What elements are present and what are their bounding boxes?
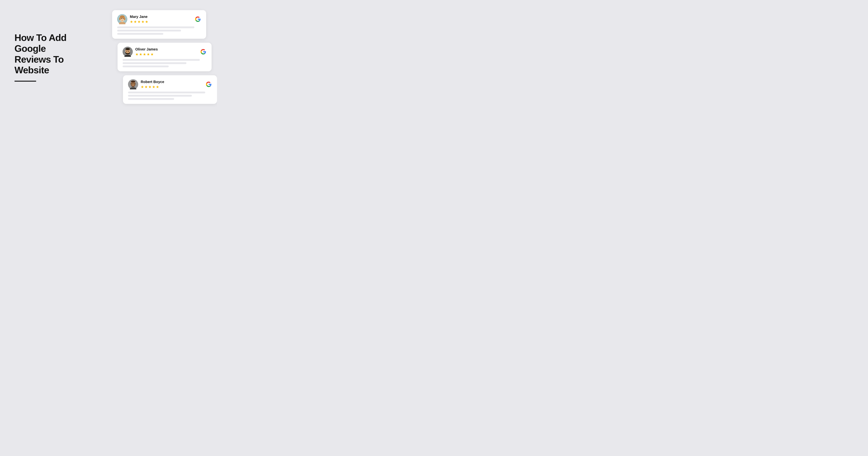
- star-3: ★: [143, 52, 146, 56]
- svg-point-6: [124, 18, 125, 20]
- headline-line2: Reviews To Website: [14, 54, 64, 76]
- skeleton-line: [123, 65, 169, 67]
- svg-point-8: [123, 18, 124, 19]
- skeleton-line: [117, 33, 163, 35]
- skeleton-line: [128, 91, 205, 93]
- svg-point-14: [125, 48, 130, 50]
- svg-point-7: [121, 18, 122, 19]
- stars-robert-boyce: ★ ★ ★ ★ ★: [141, 85, 164, 89]
- right-section: Mary Jane ★ ★ ★ ★ ★: [108, 3, 217, 111]
- skeleton-lines-oliver-james: [123, 59, 207, 67]
- skeleton-line: [123, 59, 200, 61]
- card-left: Oliver James ★ ★ ★ ★ ★: [123, 47, 158, 57]
- star-3: ★: [137, 20, 141, 24]
- avatar-robert-boyce: [128, 79, 138, 89]
- star-2: ★: [145, 85, 148, 89]
- svg-point-4: [120, 16, 125, 18]
- google-icon-robert-boyce: [206, 81, 212, 88]
- headline-line1: How To Add Google: [14, 32, 66, 54]
- svg-point-26: [131, 84, 132, 84]
- star-1: ★: [141, 85, 144, 89]
- svg-point-27: [134, 84, 135, 84]
- card-header: Robert Boyce ★ ★ ★ ★ ★: [128, 79, 212, 89]
- headline: How To Add Google Reviews To Website: [14, 32, 94, 76]
- skeleton-lines-robert-boyce: [128, 91, 212, 100]
- reviewer-info-robert-boyce: Robert Boyce ★ ★ ★ ★ ★: [141, 80, 164, 89]
- headline-divider: [14, 81, 36, 82]
- card-header: Mary Jane ★ ★ ★ ★ ★: [117, 14, 201, 24]
- svg-point-16: [128, 51, 129, 52]
- star-5: ★: [145, 20, 148, 24]
- skeleton-line: [123, 62, 186, 64]
- reviewer-name-mary-jane: Mary Jane: [130, 15, 148, 19]
- star-1: ★: [130, 20, 133, 24]
- star-5: ★: [151, 52, 154, 56]
- reviewer-name-robert-boyce: Robert Boyce: [141, 80, 164, 84]
- skeleton-line: [117, 30, 181, 31]
- review-card-mary-jane: Mary Jane ★ ★ ★ ★ ★: [112, 10, 206, 39]
- avatar-mary-jane: [117, 14, 127, 24]
- skeleton-line: [117, 26, 194, 28]
- google-icon-oliver-james: [200, 49, 207, 55]
- stars-mary-jane: ★ ★ ★ ★ ★: [130, 20, 148, 24]
- skeleton-line: [128, 95, 192, 96]
- review-card-oliver-james: Oliver James ★ ★ ★ ★ ★: [118, 43, 212, 71]
- star-3: ★: [148, 85, 152, 89]
- reviewer-name-oliver-james: Oliver James: [135, 47, 158, 51]
- card-left: Mary Jane ★ ★ ★ ★ ★: [117, 14, 148, 24]
- skeleton-line: [128, 98, 174, 100]
- card-left: Robert Boyce ★ ★ ★ ★ ★: [128, 79, 164, 89]
- svg-point-22: [131, 81, 135, 83]
- star-2: ★: [139, 52, 142, 56]
- svg-point-17: [127, 52, 128, 52]
- star-5: ★: [156, 85, 159, 89]
- reviewer-info-mary-jane: Mary Jane ★ ★ ★ ★ ★: [130, 15, 148, 24]
- avatar-oliver-james: [123, 47, 133, 57]
- left-section: How To Add Google Reviews To Website: [0, 22, 108, 92]
- card-header: Oliver James ★ ★ ★ ★ ★: [123, 47, 207, 57]
- svg-point-9: [122, 19, 123, 20]
- star-4: ★: [152, 85, 155, 89]
- star-4: ★: [141, 20, 145, 24]
- svg-point-5: [119, 18, 121, 20]
- star-4: ★: [147, 52, 150, 56]
- stars-oliver-james: ★ ★ ★ ★ ★: [135, 52, 158, 56]
- reviewer-info-oliver-james: Oliver James ★ ★ ★ ★ ★: [135, 47, 158, 56]
- svg-point-15: [126, 51, 127, 52]
- google-icon-mary-jane: [194, 16, 201, 23]
- skeleton-lines-mary-jane: [117, 26, 201, 35]
- star-1: ★: [135, 52, 138, 56]
- review-card-robert-boyce: Robert Boyce ★ ★ ★ ★ ★: [123, 75, 217, 104]
- star-2: ★: [134, 20, 137, 24]
